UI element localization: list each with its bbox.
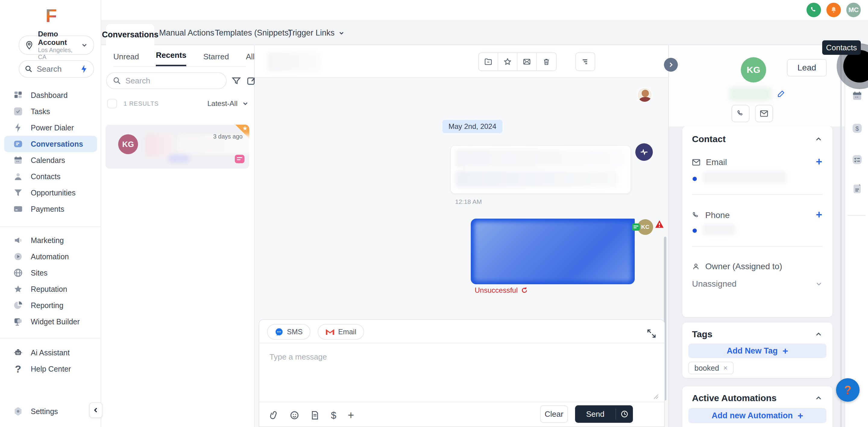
sidebar-item-settings[interactable]: Settings [4,403,95,420]
tab-conversations[interactable]: Conversations [106,24,154,45]
remove-tag-icon[interactable]: × [723,364,727,372]
user-avatar[interactable]: MC [846,3,861,17]
conversation-search-input[interactable]: Search [106,72,227,89]
sidebar-item-automation[interactable]: Automation [4,249,97,265]
collapse-composer-icon[interactable] [646,328,656,338]
sort-messages-button[interactable] [575,53,595,71]
phone-icon [810,6,818,14]
envelope-icon [692,159,701,166]
templates-icon[interactable] [310,411,319,420]
sort-selector[interactable]: Latest-All [207,99,238,108]
sidebar-item-payments[interactable]: Payments [4,201,97,217]
tags-card-header[interactable]: Tags [692,329,823,339]
chevron-down-icon [815,280,823,288]
sidebar-item-tasks[interactable]: Tasks [4,103,97,120]
svg-text:$: $ [855,125,859,132]
contact-card-header[interactable]: Contact [692,134,823,144]
star-conversation-button[interactable] [498,53,518,70]
sidebar-item-conversations[interactable]: Conversations [4,136,97,152]
help-button[interactable]: ? [836,378,860,402]
sidebar-item-opportunities[interactable]: Opportunities [4,185,97,201]
account-location: Los Angeles, CA [38,47,76,61]
email-contact-button[interactable] [755,105,773,122]
sidebar-item-reputation[interactable]: Reputation [4,281,97,297]
top-header: MC [0,0,868,20]
rail-tasks-icon[interactable] [851,154,863,166]
contact-type-button[interactable]: Lead [787,59,827,76]
sidebar-item-widget-builder[interactable]: Widget Builder [4,314,97,330]
sidebar-item-contacts[interactable]: Contacts [4,168,97,185]
account-switcher[interactable]: Demo Account Los Angeles, CA [19,36,94,55]
sidebar-item-ai-assistant[interactable]: Ai Assistant [4,344,97,361]
retry-icon[interactable] [521,287,528,294]
composer-tools: $ + [270,409,354,422]
schedule-send-button[interactable] [616,410,633,418]
select-all-checkbox[interactable] [107,99,117,108]
rail-divider [847,215,866,216]
rail-payments-icon[interactable]: $ [851,122,863,134]
add-email-button[interactable]: + [816,156,822,167]
mark-unread-button[interactable] [518,53,537,70]
archive-button[interactable] [479,53,498,70]
sms-bubble-icon [275,328,283,336]
attachment-icon[interactable] [270,411,278,420]
resize-handle[interactable] [653,393,659,399]
chevron-down-icon[interactable] [242,100,249,107]
sidebar-item-sites[interactable]: Sites [4,265,97,281]
email-value-redacted [702,171,786,184]
conversation-filter-tabs: Unread Recents Starred All [113,50,246,67]
payments-icon [13,203,24,215]
composer-divider [259,402,664,402]
owner-select[interactable]: Unassigned [692,279,823,289]
phone-value-redacted [702,224,735,235]
sidebar-item-dashboard[interactable]: Dashboard [4,87,97,103]
chat-contact-name-redacted [267,52,321,72]
more-tools-icon[interactable]: + [348,409,354,422]
tab-trigger-links[interactable]: Trigger Links [288,28,345,38]
right-panel-scrollbar[interactable] [840,45,842,427]
call-contact-button[interactable] [732,105,749,122]
sidebar-item-reporting[interactable]: Reporting [4,297,97,314]
message-status: Unsuccessful [475,286,528,295]
conversation-time: 3 days ago [213,133,243,140]
channel-tab-email[interactable]: Email [318,324,364,340]
tab-unread[interactable]: Unread [113,52,139,66]
add-phone-button[interactable]: + [816,209,822,220]
sidebar-divider [0,338,101,338]
conversation-list-item[interactable]: ★ KG 3 days ago [105,125,249,169]
rail-notes-icon[interactable] [851,183,863,195]
message-input[interactable]: Type a message [270,352,327,362]
funnel-icon [231,76,241,86]
add-new-automation-button[interactable]: Add new Automation+ [688,408,827,423]
sidebar-collapse-button[interactable] [89,402,102,418]
notifications-button[interactable] [827,3,841,17]
delete-conversation-button[interactable] [537,53,556,70]
opportunities-icon [13,187,24,198]
collapse-right-panel-button[interactable] [664,58,678,72]
search-placeholder: Search [125,76,150,86]
payment-request-icon[interactable]: $ [331,410,336,421]
emoji-icon[interactable] [290,411,299,420]
sidebar-item-calendars[interactable]: Calendars [4,152,97,168]
tab-recents[interactable]: Recents [156,51,186,66]
tab-starred[interactable]: Starred [203,52,229,66]
automations-card-header[interactable]: Active Automations [692,393,823,403]
edit-name-icon[interactable] [777,90,785,98]
sidebar-item-help-center[interactable]: ? Help Center [4,361,97,377]
rail-calendar-icon[interactable] [851,90,863,102]
sidebar-item-marketing[interactable]: Marketing [4,232,97,249]
sidebar-item-power-dialer[interactable]: Power Dialer [4,120,97,136]
results-row: 1 RESULTS Latest-All [107,99,249,108]
tab-manual-actions[interactable]: Manual Actions [159,28,214,38]
clear-button[interactable]: Clear [540,405,568,423]
tab-all[interactable]: All [246,52,255,66]
send-button[interactable]: Send [575,405,633,423]
filter-button[interactable] [231,76,241,86]
gmail-icon [326,328,335,335]
dialer-phone-button[interactable] [807,3,821,17]
channel-tabs: SMS Email [267,324,364,340]
tab-templates-snippets[interactable]: Templates (Snippets) [215,28,291,38]
channel-tab-sms[interactable]: SMS [267,324,310,340]
add-new-tag-button[interactable]: Add New Tag+ [688,343,827,358]
global-search[interactable]: Search [19,60,94,78]
